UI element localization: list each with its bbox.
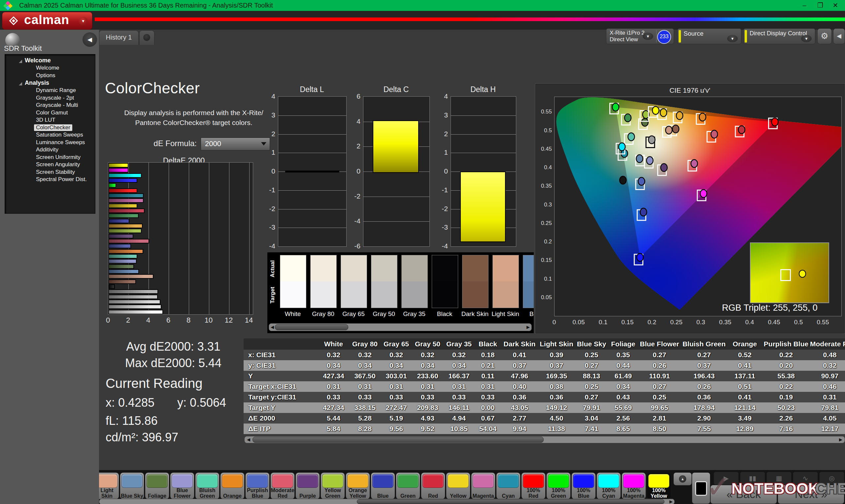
patch-button-purplish-blue[interactable]: Purplish Blue — [245, 472, 270, 499]
deltae-bar-100-green — [108, 183, 116, 188]
cell--E-2000-Bluish-Green: 2.90 — [681, 413, 727, 424]
patch-button-purple[interactable]: Purple — [295, 472, 320, 499]
sidebar-item-screen-stability[interactable]: Screen Stability — [34, 169, 77, 176]
cell-x-CIE31-White: 0.32 — [318, 349, 349, 360]
patch-button-foliage[interactable]: Foliage — [145, 472, 169, 499]
patch-row-scrollbar[interactable]: ▶ — [99, 499, 675, 504]
sidebar-item-screen-angularity[interactable]: Screen Angularity — [34, 161, 82, 168]
patch-button-magenta[interactable]: Magenta — [471, 472, 495, 499]
x-axis-label-12: 12 — [222, 316, 236, 325]
cell--E-2000-Blue-Flower: 2.81 — [638, 413, 681, 424]
next-button[interactable]: Next » — [778, 485, 844, 504]
patch-button-yellow[interactable]: Yellow — [446, 472, 470, 499]
media-capture-button[interactable]: ◎ — [819, 472, 844, 485]
y-tick-2: 2 — [261, 130, 275, 138]
sidebar-item-welcome[interactable]: Welcome — [34, 65, 61, 71]
patch-button-100-cyan[interactable]: 100% Cyan — [596, 472, 621, 499]
patch-button-orange-yellow[interactable]: Orange Yellow — [346, 472, 370, 499]
sidebar-item-luminance-sweeps[interactable]: Luminance Sweeps — [34, 139, 87, 146]
table-scrollbar-thumb[interactable] — [252, 437, 544, 443]
patch-button-orange[interactable]: Orange — [220, 472, 245, 499]
sidebar-item-3d-lut[interactable]: 3D LUT — [34, 117, 57, 123]
sidebar-group-analysis[interactable]: Analysis — [25, 79, 49, 86]
deltae-bar-yellow — [108, 203, 137, 208]
sidebar-item-screen-uniformity[interactable]: Screen Uniformity — [34, 154, 83, 161]
patch-button-100-magenta[interactable]: 100% Magenta — [621, 472, 646, 499]
minimize-button[interactable]: – — [797, 1, 812, 10]
sidebar-item-saturation-sweeps[interactable]: Saturation Sweeps — [34, 132, 85, 138]
table-scrollbar[interactable]: ◀ ▶ — [244, 436, 845, 443]
tab-history-1[interactable]: History 1 — [99, 30, 139, 45]
patch-button-red[interactable]: Red — [421, 472, 445, 499]
sidebar-item-grayscale-multi[interactable]: Grayscale - Multi — [34, 102, 80, 109]
patch-scrollbar-thumb[interactable] — [357, 499, 665, 504]
sidebar-collapse-button[interactable]: ◀ — [83, 32, 97, 47]
chevron-double-left-icon: « — [726, 488, 733, 500]
maximize-button[interactable]: ❐ — [813, 1, 828, 10]
cell--E-2000-Purplish-Blue: 2.26 — [762, 413, 810, 424]
media-chart-button[interactable]: ▦ — [767, 472, 792, 485]
patch-button-light-skin[interactable]: Light Skin — [99, 472, 119, 499]
patch-chip — [573, 474, 594, 488]
patch-chip — [247, 474, 268, 488]
close-button[interactable]: ✕ — [828, 1, 843, 10]
pattern-window-button[interactable] — [692, 472, 710, 504]
patch-button-100-green[interactable]: 100% Green — [546, 472, 571, 499]
patch-button-cyan[interactable]: Cyan — [496, 472, 521, 499]
settings-gear-button[interactable]: ⚙ — [817, 29, 832, 44]
swatch-scrollbar[interactable]: ◀▶ — [269, 323, 532, 331]
column-header-purplish-blue: Purplish Blue — [762, 338, 810, 349]
sidebar-item-dynamic-range[interactable]: Dynamic Range — [34, 87, 78, 94]
patch-button-blue[interactable]: Blue — [371, 472, 395, 499]
tab-new[interactable] — [139, 30, 155, 45]
row-label: y: CIE31 — [244, 360, 322, 371]
scroll-left-icon[interactable]: ◀ — [269, 324, 276, 331]
cie-measured-purple — [661, 164, 667, 172]
sidebar-item-colorchecker[interactable]: ColorChecker — [34, 124, 72, 131]
sidebar-item-additivity[interactable]: Additivity — [34, 146, 60, 153]
source-dropdown[interactable]: Source ▼ — [677, 29, 741, 44]
media-pause-button[interactable]: ▮▮ — [740, 472, 765, 485]
meter-dropdown[interactable]: X-Rite i1Pro 2 Direct View ▼ 233 — [606, 29, 674, 44]
display-control-dropdown-arrow-icon[interactable]: ▼ — [801, 35, 812, 42]
scroll-right-icon[interactable]: ▶ — [838, 436, 844, 443]
meter-dropdown-arrow-icon[interactable]: ▼ — [642, 33, 653, 40]
logo-dropdown-icon[interactable]: ▼ — [79, 17, 87, 25]
cell-Target-y-CIE31-Dark-Skin: 0.36 — [501, 392, 538, 402]
source-dropdown-arrow-icon[interactable]: ▼ — [727, 35, 738, 42]
sidebar-item-options[interactable]: Options — [34, 72, 57, 79]
sidebar-item-grayscale-2pt[interactable]: Grayscale - 2pt — [34, 95, 76, 101]
scroll-right-icon[interactable]: ▶ — [525, 324, 531, 331]
patch-button-bluish-green[interactable]: Bluish Green — [195, 472, 219, 499]
tree-expander-icon[interactable] — [19, 82, 22, 86]
table-corner-cell — [244, 338, 322, 349]
swatch-scrollbar-thumb[interactable] — [275, 324, 348, 330]
patch-button-yellow-green[interactable]: Yellow Green — [320, 472, 345, 499]
patch-button-moderate-red[interactable]: Moderate Red — [270, 472, 295, 499]
scroll-right-icon[interactable]: ▶ — [668, 499, 674, 504]
back-button[interactable]: « Back — [710, 485, 777, 504]
sidebar-item-spectral-power-dist-[interactable]: Spectral Power Dist. — [34, 176, 89, 183]
tree-expander-icon[interactable] — [19, 60, 22, 63]
cell-Target-y-CIE31-White: 0.33 — [318, 392, 349, 402]
swatch-label: White — [278, 310, 307, 318]
cell-Y-Bluish-Green: 196.43 — [681, 371, 727, 381]
media-play-button[interactable]: ▶ — [714, 472, 739, 485]
patch-button-blue-sky[interactable]: Blue Sky — [120, 472, 144, 499]
patch-button-blue-flower[interactable]: Blue Flower — [170, 472, 194, 499]
collapse-up-button[interactable]: ▲ — [673, 472, 692, 486]
panel-collapse-button[interactable]: ◀ — [833, 29, 845, 44]
current-y: y: 0.5064 — [177, 396, 226, 410]
display-control-status-stripe — [745, 30, 747, 42]
patch-button-100-blue[interactable]: 100% Blue — [571, 472, 596, 499]
sidebar-item-color-gamut[interactable]: Color Gamut — [34, 109, 70, 116]
display-control-dropdown[interactable]: Direct Display Control ▼ — [743, 29, 815, 44]
media-loop-button[interactable]: ∿ — [793, 472, 818, 485]
patch-button-green[interactable]: Green — [396, 472, 420, 499]
sidebar-group-welcome[interactable]: Welcome — [25, 57, 51, 64]
patch-button-100-yellow[interactable]: 100% Yellow — [647, 472, 671, 499]
calman-logo-button[interactable]: calman ▼ — [2, 12, 92, 30]
scroll-left-icon[interactable]: ◀ — [245, 436, 252, 443]
de-formula-dropdown[interactable]: 2000 — [201, 138, 270, 150]
patch-button-100-red[interactable]: 100% Red — [521, 472, 546, 499]
